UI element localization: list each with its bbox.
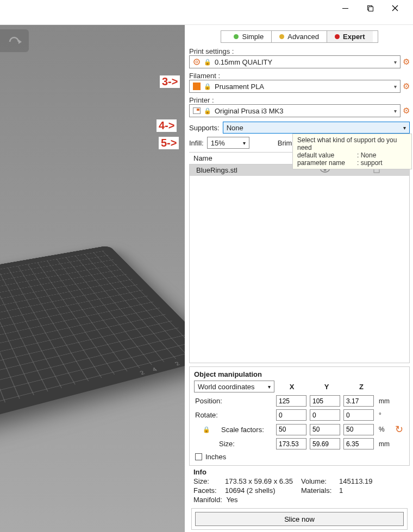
position-x-input[interactable] — [276, 395, 306, 407]
printer-icon — [193, 107, 201, 114]
svg-rect-2 — [368, 7, 373, 11]
info-volume-value: 145113.19 — [339, 477, 388, 485]
tooltip-title: Select what kind of support do you need — [297, 136, 407, 151]
brim-label: Brim: — [278, 139, 294, 147]
supports-value: None — [227, 124, 243, 132]
info-size-value: 173.53 x 59.69 x 6.35 — [225, 477, 301, 485]
rotate-label: Rotate: — [194, 411, 274, 419]
info-volume-label: Volume: — [301, 477, 339, 485]
supports-dropdown[interactable]: None ▾ — [223, 122, 410, 134]
infill-value: 15% — [211, 139, 225, 147]
info-title: Info — [193, 468, 405, 476]
axis-z-header: Z — [344, 383, 379, 391]
minimize-button[interactable] — [333, 0, 358, 16]
maximize-button[interactable] — [358, 0, 383, 16]
position-z-input[interactable] — [343, 395, 374, 407]
lock-icon: 🔒 — [204, 83, 211, 90]
expert-dot-icon — [335, 34, 340, 39]
info-materials-label: Materials: — [301, 486, 339, 495]
chevron-down-icon: ▾ — [394, 84, 397, 90]
svg-marker-5 — [18, 40, 22, 44]
mode-simple[interactable]: Simple — [226, 31, 271, 42]
info-materials-value: 1 — [339, 486, 388, 495]
filament-dropdown[interactable]: 🔒 Prusament PLA ▾ — [189, 80, 401, 93]
lock-icon: 🔒 — [204, 107, 211, 115]
info-manifold-label: Manifold: — [193, 496, 222, 504]
print-bed: a 24 25 — [0, 245, 185, 423]
mode-expert[interactable]: Expert — [327, 31, 372, 42]
mode-tabs: Simple Advanced Expert — [221, 30, 378, 43]
object-list: BlueRings.stl — [189, 164, 410, 363]
chevron-down-icon: ▾ — [394, 108, 397, 114]
print-settings-value: 0.15mm QUALITY — [215, 58, 272, 66]
simple-dot-icon — [234, 34, 239, 39]
tooltip-default-label: default value — [297, 151, 357, 159]
size-unit: mm — [376, 440, 392, 448]
size-y-input[interactable] — [310, 438, 340, 449]
filament-value: Prusament PLA — [215, 83, 264, 91]
gear-icon — [193, 58, 201, 66]
mode-expert-label: Expert — [343, 33, 365, 41]
supports-tooltip: Select what kind of support do you need … — [292, 134, 412, 169]
position-unit: mm — [376, 397, 392, 405]
tooltip-param-value: : support — [357, 159, 383, 167]
size-z-input[interactable] — [343, 438, 374, 449]
lock-icon[interactable]: 🔒 — [203, 426, 210, 433]
coordinate-system-dropdown[interactable]: World coordinates ▾ — [194, 381, 274, 392]
bed-ticks: 24 25 — [139, 356, 185, 376]
printer-label: Printer : — [189, 96, 410, 104]
3d-viewport[interactable]: a 24 25 — [0, 25, 185, 532]
print-settings-dropdown[interactable]: 🔒 0.15mm QUALITY ▾ — [189, 55, 401, 68]
coordinate-system-value: World coordinates — [198, 383, 255, 391]
annotation-5: 5-> — [159, 137, 179, 149]
chevron-down-icon: ▾ — [403, 125, 406, 131]
advanced-dot-icon — [279, 34, 284, 39]
rotate-z-input[interactable] — [343, 409, 374, 421]
info-manifold-value: Yes — [226, 496, 237, 504]
rotate-x-input[interactable] — [276, 409, 306, 421]
object-name: BlueRings.stl — [196, 166, 237, 174]
printer-value: Original Prusa i3 MK3 — [215, 107, 283, 115]
rotate-y-input[interactable] — [310, 409, 340, 421]
object-manipulation-section: Object manipulation World coordinates ▾ … — [189, 366, 410, 466]
mode-advanced-label: Advanced — [287, 33, 319, 41]
chevron-down-icon: ▾ — [268, 384, 271, 390]
svg-point-6 — [194, 59, 199, 65]
annotation-3: 3-> — [160, 75, 180, 88]
print-settings-gear-icon[interactable]: ⚙ — [403, 57, 410, 67]
inches-checkbox[interactable] — [195, 453, 202, 460]
info-size-label: Size: — [193, 477, 225, 485]
redo-button[interactable] — [0, 29, 29, 52]
filament-swatch-icon — [193, 83, 201, 90]
chevron-down-icon: ▾ — [394, 59, 397, 65]
slice-now-button[interactable]: Slice now — [195, 512, 404, 526]
supports-label: Supports: — [189, 124, 220, 132]
printer-gear-icon[interactable]: ⚙ — [403, 106, 410, 116]
info-facets-label: Facets: — [193, 486, 225, 495]
close-button[interactable] — [383, 0, 408, 16]
scale-z-input[interactable] — [343, 424, 374, 435]
scale-y-input[interactable] — [310, 424, 340, 435]
chevron-down-icon: ▾ — [243, 140, 246, 146]
mode-advanced[interactable]: Advanced — [271, 31, 327, 42]
filament-gear-icon[interactable]: ⚙ — [403, 81, 410, 91]
reset-scale-icon[interactable]: ↻ — [395, 423, 403, 435]
infill-dropdown[interactable]: 15% ▾ — [207, 137, 249, 149]
infill-label: Infill: — [189, 139, 204, 147]
scale-label: 🔒 Scale factors: — [194, 426, 274, 434]
scale-unit: % — [376, 426, 392, 433]
position-label: Position: — [194, 397, 274, 405]
tooltip-default-value: : None — [357, 151, 376, 159]
printer-dropdown[interactable]: 🔒 Original Prusa i3 MK3 ▾ — [189, 104, 401, 117]
position-y-input[interactable] — [310, 395, 340, 407]
info-facets-value: 10694 (2 shells) — [225, 486, 301, 495]
annotation-4: 4-> — [157, 119, 177, 132]
svg-point-7 — [196, 61, 198, 63]
axis-x-header: X — [274, 383, 309, 391]
object-manipulation-title: Object manipulation — [194, 370, 405, 378]
scale-x-input[interactable] — [276, 424, 306, 435]
print-settings-label: Print settings : — [189, 47, 410, 55]
size-x-input[interactable] — [276, 438, 306, 449]
axis-y-header: Y — [309, 383, 344, 391]
tooltip-param-label: parameter name — [297, 159, 357, 167]
